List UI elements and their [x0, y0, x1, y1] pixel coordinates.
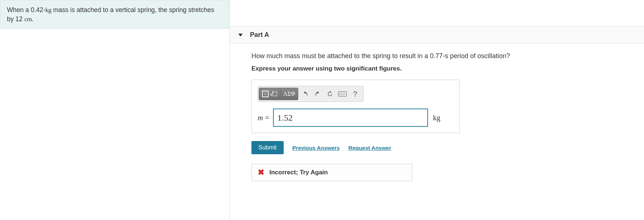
equation-toolbar: √ ΑΣΦ ?: [258, 86, 364, 102]
request-answer-link[interactable]: Request Answer: [348, 145, 391, 151]
unit-kg: kg: [45, 6, 52, 14]
feedback-text: Incorrect; Try Again: [269, 169, 328, 176]
redo-button[interactable]: [311, 88, 324, 100]
keyboard-button[interactable]: [336, 88, 349, 100]
part-title: Part A: [250, 31, 269, 39]
unit-cm: cm: [24, 15, 32, 23]
undo-button[interactable]: [299, 88, 311, 100]
instruction-text: Express your answer using two significan…: [251, 65, 635, 72]
problem-panel: When a 0.42-kg mass is attached to a ver…: [0, 0, 230, 220]
answer-input[interactable]: [273, 109, 428, 127]
answer-input-row: m = kg: [258, 109, 454, 127]
undo-icon: [302, 91, 308, 97]
reset-button[interactable]: [324, 88, 336, 100]
problem-text-3: .: [32, 15, 34, 23]
question-text: How much mass must be attached to the sp…: [251, 52, 635, 60]
variable-label: m: [258, 114, 263, 122]
action-row: Submit Previous Answers Request Answer: [251, 141, 635, 154]
collapse-icon: [238, 34, 243, 37]
part-header[interactable]: Part A: [230, 26, 644, 43]
root-icon: √: [269, 90, 277, 98]
feedback-box: ✖ Incorrect; Try Again: [251, 164, 412, 181]
greek-button[interactable]: ΑΣΦ: [280, 88, 299, 100]
equals-sign: =: [265, 114, 269, 122]
problem-text-1: When a 0.42-: [7, 6, 45, 14]
submit-button[interactable]: Submit: [251, 141, 284, 154]
previous-answers-link[interactable]: Previous Answers: [292, 145, 340, 151]
help-button[interactable]: ?: [349, 88, 361, 100]
incorrect-icon: ✖: [258, 168, 264, 177]
reset-icon: [327, 91, 333, 97]
keyboard-icon: [338, 91, 347, 96]
answer-unit: kg: [433, 114, 440, 122]
fraction-icon: [262, 91, 269, 97]
templates-button[interactable]: √: [259, 88, 280, 100]
problem-statement: When a 0.42-kg mass is attached to a ver…: [0, 0, 229, 29]
answer-box: √ ΑΣΦ ?: [251, 80, 460, 133]
answer-panel: Part A How much mass must be attached to…: [230, 0, 644, 220]
redo-icon: [314, 91, 321, 97]
